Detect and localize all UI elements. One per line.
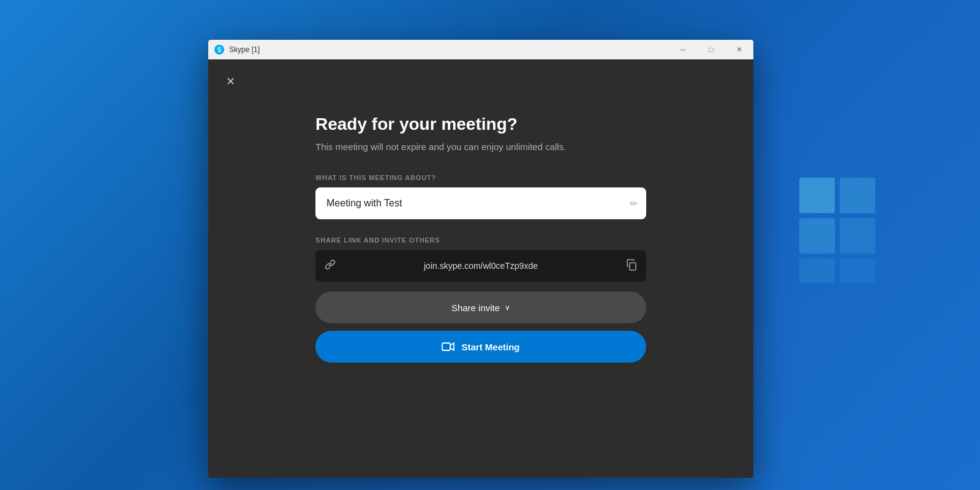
skype-window: S Skype [1] ─ □ ✕ ✕ Ready for your meeti… (208, 40, 753, 478)
dialog-area: Ready for your meeting? This meeting wil… (315, 115, 646, 363)
share-link-label: SHARE LINK AND INVITE OTHERS (315, 236, 646, 244)
main-content: ✕ Ready for your meeting? This meeting w… (208, 59, 753, 478)
app-title: Skype [1] (229, 45, 260, 54)
meeting-label: WHAT IS THIS MEETING ABOUT? (315, 174, 436, 181)
meeting-link-text: join.skype.com/wl0ceTzp9xde (344, 261, 618, 271)
svg-rect-2 (799, 218, 835, 254)
minimize-button[interactable]: ─ (669, 40, 697, 59)
window-controls: ─ □ ✕ (669, 40, 753, 59)
skype-app-icon: S (214, 45, 224, 55)
window-close-button[interactable]: ✕ (725, 40, 753, 59)
svg-rect-6 (630, 263, 636, 270)
start-meeting-button[interactable]: Start Meeting (315, 331, 646, 363)
svg-rect-5 (840, 258, 875, 283)
svg-rect-1 (840, 178, 875, 213)
start-meeting-label: Start Meeting (461, 342, 519, 352)
copy-icon[interactable] (625, 258, 638, 273)
link-box: join.skype.com/wl0ceTzp9xde (315, 250, 646, 282)
back-close-button[interactable]: ✕ (221, 72, 240, 91)
meeting-name-wrapper: ✏ (315, 187, 646, 219)
page-heading: Ready for your meeting? (315, 115, 518, 134)
title-bar-left: S Skype [1] (214, 45, 260, 55)
share-link-section: SHARE LINK AND INVITE OTHERS join.skype.… (315, 236, 646, 282)
link-icon (324, 258, 336, 274)
share-invite-label: Share invite (451, 303, 500, 313)
svg-rect-3 (840, 218, 875, 254)
video-camera-icon (442, 341, 455, 352)
title-bar: S Skype [1] ─ □ ✕ (208, 40, 753, 59)
page-subheading: This meeting will not expire and you can… (315, 141, 566, 152)
meeting-name-input[interactable] (315, 187, 646, 219)
maximize-button[interactable]: □ (697, 40, 725, 59)
share-invite-button[interactable]: Share invite ∨ (315, 292, 646, 323)
chevron-down-icon: ∨ (505, 303, 510, 312)
windows-logo (799, 178, 879, 312)
svg-rect-7 (442, 343, 450, 350)
svg-rect-0 (799, 178, 835, 213)
svg-rect-4 (799, 258, 835, 283)
